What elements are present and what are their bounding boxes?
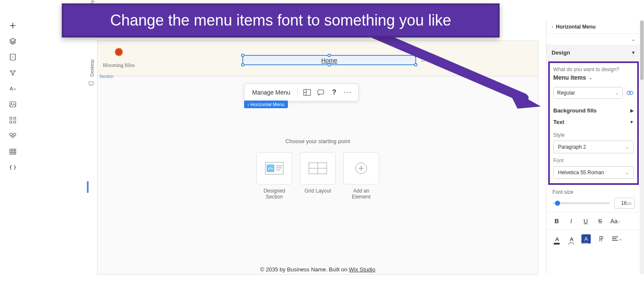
design-label: Design (552, 49, 570, 56)
table-icon[interactable] (9, 147, 17, 156)
state-value: Regular (557, 90, 575, 96)
text-highlight-button[interactable]: A (581, 234, 591, 244)
font-size-input[interactable]: 16px (614, 198, 635, 209)
viewport-label-2: Desktop (89, 60, 95, 77)
left-toolbar: A (3, 21, 23, 172)
desktop-icon (89, 81, 94, 86)
svg-rect-24 (318, 90, 324, 94)
svg-rect-27 (276, 165, 282, 166)
breadcrumb[interactable]: › Horizontal Menu (546, 20, 641, 34)
brand-name: Blooming Bliss (100, 62, 138, 69)
chevron-down-icon: ⌄ (625, 170, 629, 176)
resize-handle[interactable] (414, 54, 417, 57)
text-align-button[interactable]: ⌄ (610, 234, 620, 244)
text-direction-button[interactable] (596, 234, 605, 244)
page-icon[interactable] (9, 53, 17, 61)
svg-point-7 (11, 103, 12, 104)
font-value: Helvetica 55 Roman (558, 170, 604, 176)
tutorial-text: Change the menu items font to something … (110, 12, 451, 29)
site-logo-area: Blooming Bliss (100, 45, 138, 69)
logo-icon (112, 45, 126, 59)
text-outline-button[interactable]: A (567, 234, 576, 244)
resize-handle[interactable] (328, 63, 331, 66)
manage-menu-button[interactable]: Manage Menu (249, 87, 294, 98)
footer-text: © 2035 by Business Name. Built on (260, 266, 349, 273)
footer-link[interactable]: Wix Studio (349, 266, 375, 273)
font-dropdown[interactable]: Helvetica 55 Roman ⌄ (553, 166, 634, 179)
canvas-ruler-indicator (87, 181, 89, 193)
svg-rect-16 (89, 82, 93, 85)
stretch-icon[interactable]: ↔ (420, 58, 426, 64)
editor-canvas: Blooming Bliss Section Home ↔ Manage Men… (97, 40, 538, 275)
tutorial-banner: Change the menu items font to something … (62, 3, 500, 37)
comment-icon[interactable] (315, 86, 327, 98)
card-add-element[interactable]: Add an Element (343, 152, 379, 200)
card-label: Add an Element (343, 188, 379, 200)
apply-states-icon[interactable] (626, 89, 634, 97)
apps-icon[interactable] (9, 116, 17, 124)
svg-rect-29 (276, 170, 280, 170)
resize-handle[interactable] (414, 63, 417, 66)
slider-thumb[interactable] (555, 201, 560, 206)
scrollbar-thumb[interactable] (640, 20, 644, 80)
underline-button[interactable]: U (581, 217, 590, 225)
font-label: Font (553, 158, 634, 164)
font-size-label: Font size (552, 189, 635, 195)
style-dropdown[interactable]: Paragraph 2 ⌄ (553, 141, 634, 153)
help-icon[interactable]: ? (328, 86, 340, 98)
code-icon[interactable] (9, 163, 17, 172)
chevron-down-icon: ⌄ (589, 75, 592, 81)
text-theme-icon[interactable]: A (9, 84, 17, 93)
design-section-header[interactable]: Design ▼ (546, 45, 641, 60)
section-label: Section (99, 74, 113, 79)
state-row: Regular ⌄ (553, 87, 634, 99)
card-designed-section[interactable]: Designed Section (256, 152, 292, 200)
svg-rect-11 (14, 121, 16, 123)
menu-items-label: Menu items (553, 74, 586, 81)
resize-handle[interactable] (241, 54, 244, 57)
element-tag[interactable]: ‹ Horizontal Menu (244, 101, 288, 108)
svg-rect-12 (10, 133, 12, 135)
responsive-dropdown[interactable]: ⌄ (546, 34, 641, 45)
connections-icon[interactable] (9, 69, 17, 77)
resize-handle[interactable] (241, 63, 244, 66)
strikethrough-button[interactable]: S (596, 217, 604, 225)
menu-items-selector[interactable]: Menu items ⌄ (553, 74, 634, 81)
text-case-button[interactable]: Aa⌄ (610, 217, 621, 225)
layout-icon[interactable] (301, 86, 313, 98)
bold-button[interactable]: B (552, 217, 561, 225)
media-icon[interactable] (9, 100, 17, 109)
cms-icon[interactable] (9, 132, 17, 140)
resize-handle[interactable] (328, 54, 331, 57)
font-size-slider[interactable] (552, 202, 610, 204)
card-label: Designed Section (256, 188, 292, 200)
chevron-down-icon: ⌄ (631, 36, 635, 42)
card-label: Grid Layout (300, 188, 336, 194)
svg-point-33 (630, 91, 633, 95)
chevron-down-icon: ⌄ (615, 90, 619, 96)
svg-point-3 (14, 70, 15, 72)
state-dropdown[interactable]: Regular ⌄ (553, 87, 623, 99)
breadcrumb-item: Horizontal Menu (556, 24, 595, 30)
site-footer: © 2035 by Business Name. Built on Wix St… (260, 266, 375, 273)
card-grid-layout[interactable]: Grid Layout (300, 152, 336, 200)
triangle-down-icon: ▼ (631, 50, 635, 55)
add-icon[interactable] (9, 21, 17, 30)
design-question: What do you want to design? (553, 66, 634, 72)
text-label: Text (553, 119, 564, 125)
layers-icon[interactable] (9, 37, 17, 46)
triangle-down-icon: ▼ (630, 120, 634, 124)
triangle-right-icon: ▶ (630, 108, 634, 113)
background-fills-section[interactable]: Background fills ▶ (553, 105, 634, 116)
starting-point-label: Choose your starting point (98, 138, 538, 144)
panel-scrollbar[interactable] (640, 20, 644, 274)
selected-menu-element[interactable]: Home ↔ (242, 55, 416, 65)
starting-cards: Designed Section Grid Layout Add an Elem… (98, 152, 538, 200)
svg-point-4 (12, 74, 14, 75)
text-color-button[interactable]: A (552, 234, 562, 244)
more-icon[interactable]: ··· (342, 86, 354, 98)
font-size-section: Font size 16px (546, 186, 641, 212)
italic-button[interactable]: I (567, 217, 575, 225)
text-section-header[interactable]: Text ▼ (553, 116, 634, 128)
site-header: Blooming Bliss Section Home ↔ (98, 41, 538, 76)
